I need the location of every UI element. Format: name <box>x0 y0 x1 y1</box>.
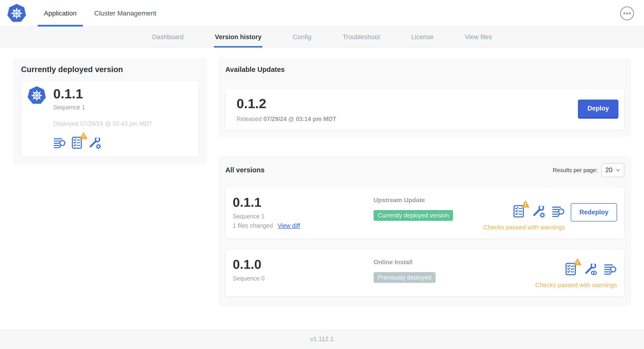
kubernetes-app-icon <box>28 86 46 149</box>
ellipsis-icon <box>620 6 634 21</box>
currently-deployed-panel: Currently deployed version 0.1.1 Sequenc… <box>13 58 207 165</box>
console-version-text: v1.112.1 <box>310 336 334 343</box>
row-version-number: 0.1.1 <box>233 194 374 210</box>
config-view-icon[interactable] <box>584 262 598 276</box>
redeploy-button[interactable]: Redeploy <box>571 203 617 222</box>
current-version-number: 0.1.1 <box>53 86 152 102</box>
results-per-page-label: Results per page: <box>553 167 598 174</box>
files-changed-text: 1 files changed <box>233 222 273 229</box>
preflight-status-text: Checks passed with warnings <box>536 282 617 289</box>
diff-logs-icon[interactable] <box>552 204 565 218</box>
all-versions-title: All versions <box>225 166 264 174</box>
app-logo <box>7 0 26 26</box>
subtab-license[interactable]: License <box>411 27 434 48</box>
available-update-card: 0.1.2 Released 07/29/24 @ 03:14 pm MDT D… <box>225 88 624 130</box>
released-prefix: Released <box>236 116 262 122</box>
main-content: Currently deployed version 0.1.1 Sequenc… <box>0 48 644 329</box>
diff-logs-icon[interactable] <box>53 136 66 149</box>
subtab-troubleshoot[interactable]: Troubleshoot <box>342 27 380 48</box>
currently-deployed-title: Currently deployed version <box>21 65 198 74</box>
row-sequence: Sequence 1 <box>233 213 374 220</box>
warning-triangle-icon <box>574 258 582 266</box>
preflight-status-text: Checks passed with warnings <box>483 224 565 231</box>
released-date: 07/29/24 @ 03:14 pm MDT <box>264 116 336 122</box>
update-version-number: 0.1.2 <box>236 96 336 111</box>
top-nav-tabs: Application Cluster Management <box>38 0 162 26</box>
subtab-license-label: License <box>411 34 434 41</box>
row-sequence: Sequence 0 <box>233 275 374 282</box>
subtab-dashboard[interactable]: Dashboard <box>152 27 184 48</box>
warning-triangle-icon <box>80 132 87 140</box>
subtab-version-history[interactable]: Version history <box>215 27 261 48</box>
all-versions-panel: All versions Results per page: 20 0.1.1 <box>219 156 631 306</box>
diff-logs-icon[interactable] <box>604 262 617 276</box>
subtab-config-label: Config <box>293 34 311 41</box>
kubernetes-logo-icon <box>7 4 26 23</box>
deploy-button[interactable]: Deploy <box>578 100 618 119</box>
config-gear-icon[interactable] <box>88 136 102 149</box>
subtab-version-history-label: Version history <box>215 34 261 41</box>
results-per-page-select[interactable]: 20 <box>602 163 624 177</box>
preflight-checks-warning-icon[interactable] <box>71 136 84 149</box>
available-updates-title: Available Updates <box>225 66 624 74</box>
version-row-0-1-0: 0.1.0 Sequence 0 Online Install Previous… <box>225 249 624 296</box>
top-nav-bar: Application Cluster Management <box>0 0 644 27</box>
tab-application-label: Application <box>44 10 76 17</box>
tab-application[interactable]: Application <box>38 0 83 26</box>
config-gear-icon[interactable] <box>532 204 546 218</box>
subtab-troubleshoot-label: Troubleshoot <box>342 34 380 41</box>
available-updates-panel: Available Updates 0.1.2 Released 07/29/2… <box>219 58 631 137</box>
chevron-down-icon <box>615 168 620 173</box>
page-footer: v1.112.1 <box>0 329 644 349</box>
current-version-card: 0.1.1 Sequence 1 Deployed 07/29/24 @ 02:… <box>21 81 198 156</box>
app-sub-nav: Dashboard Version history Config Trouble… <box>0 27 644 48</box>
current-version-sequence: Sequence 1 <box>53 104 152 111</box>
results-per-page-value: 20 <box>605 166 612 174</box>
subtab-config[interactable]: Config <box>293 27 311 48</box>
preflight-checks-warning-icon[interactable] <box>512 204 526 218</box>
subtab-view-files[interactable]: View files <box>465 27 492 48</box>
current-version-deployed-timestamp: Deployed 07/29/24 @ 02:43 pm MDT <box>53 120 152 127</box>
tab-cluster-management-label: Cluster Management <box>94 10 156 17</box>
subtab-dashboard-label: Dashboard <box>152 34 184 41</box>
deployed-status-badge: Previously deployed <box>374 272 436 283</box>
view-diff-link[interactable]: View diff <box>278 222 300 229</box>
row-source-label: Upstream Update <box>374 196 483 204</box>
tab-cluster-management[interactable]: Cluster Management <box>88 0 162 26</box>
preflight-checks-warning-icon[interactable] <box>564 262 578 276</box>
row-source-label: Online Install <box>374 258 536 266</box>
row-version-number: 0.1.0 <box>233 256 374 272</box>
more-options-button[interactable] <box>620 6 634 21</box>
deployed-status-badge: Currently deployed version <box>374 210 453 221</box>
version-row-0-1-1: 0.1.1 Sequence 1 1 files changed View di… <box>225 187 624 238</box>
warning-triangle-icon <box>522 200 530 208</box>
update-released-timestamp: Released 07/29/24 @ 03:14 pm MDT <box>236 116 336 122</box>
subtab-view-files-label: View files <box>465 34 492 41</box>
